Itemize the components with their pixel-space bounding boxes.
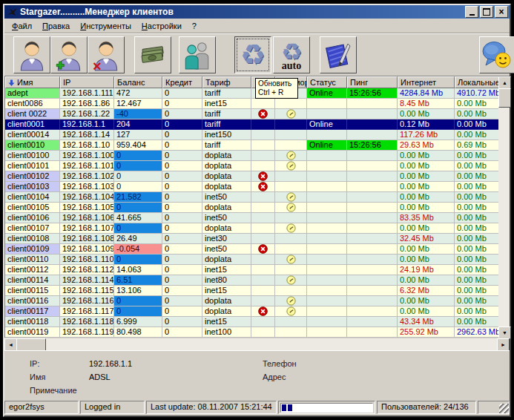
vertical-scrollbar[interactable]: ▲ ▼ xyxy=(498,76,510,338)
cell-credit: 0 xyxy=(162,182,202,192)
table-row[interactable]: client0010192.168.1.10959.4040tariffOnli… xyxy=(5,140,499,151)
cell-blocked xyxy=(251,327,275,338)
maximize-icon xyxy=(483,8,490,16)
table-row[interactable]: client00100192.168.1.10000doplata0.00 Mb… xyxy=(5,151,499,161)
horizontal-scrollbar[interactable]: ◄ ► xyxy=(4,338,510,350)
cell-ip: 192.168.1.100 xyxy=(60,151,114,161)
refresh-button[interactable]: ♻ xyxy=(234,36,271,73)
table-row[interactable]: client00118192.168.1.1186.9990inet1543.3… xyxy=(5,317,499,327)
column-header-tariff[interactable]: Тариф xyxy=(202,76,251,88)
cell-frozen xyxy=(275,275,307,286)
cell-blocked xyxy=(251,223,275,234)
message-button[interactable] xyxy=(479,36,514,73)
frozen-clock-icon xyxy=(286,296,296,306)
table-row[interactable]: client00102192.168.1.10200doplata0.00 Mb… xyxy=(5,171,499,182)
table-row[interactable]: adept192.168.1.1114720tariffOnline15:26:… xyxy=(5,88,499,99)
column-header-name[interactable]: Имя xyxy=(5,76,60,88)
cell-ping xyxy=(347,203,398,213)
menu-edit[interactable]: Правка xyxy=(37,20,75,32)
cell-blocked xyxy=(251,182,275,192)
cell-local: 0.00 Mb xyxy=(455,286,499,296)
frozen-clock-icon xyxy=(286,223,296,233)
table-row[interactable]: client00115192.168.1.11513.1060inet156.3… xyxy=(5,286,499,296)
table-row[interactable]: client 0022192.168.1.22-400tariff0.00 Mb… xyxy=(5,109,499,119)
column-header-status[interactable]: Статус xyxy=(307,76,347,88)
notes-button[interactable] xyxy=(320,36,357,73)
cell-internet: 0.00 Mb xyxy=(398,244,455,255)
table-row[interactable]: client00116192.168.1.11600doplata0.00 Mb… xyxy=(5,296,499,306)
column-header-credit[interactable]: Кредит xyxy=(162,76,202,88)
minimize-button[interactable] xyxy=(465,6,478,18)
scroll-up-button[interactable]: ▲ xyxy=(498,76,511,89)
column-header-internet[interactable]: Интернет xyxy=(398,76,455,88)
cell-internet: 0.00 Mb xyxy=(398,223,455,234)
add-user-button[interactable] xyxy=(50,36,88,73)
app-bird-icon xyxy=(7,7,18,17)
horizontal-scroll-thumb[interactable] xyxy=(16,338,46,351)
cell-ip: 192.168.1.110 xyxy=(60,255,114,265)
column-header-ping[interactable]: Пинг xyxy=(347,76,398,88)
cell-credit: 0 xyxy=(162,265,202,275)
user-button[interactable] xyxy=(13,36,50,73)
cell-tariff: inet100 xyxy=(202,327,251,338)
table-row[interactable]: client00105192.168.1.10500doplata0.00 Mb… xyxy=(5,203,499,213)
table-row[interactable]: client0001192.168.1.12040tariffOnline0.1… xyxy=(5,119,499,130)
column-header-ip[interactable]: IP xyxy=(60,76,114,88)
maximize-button[interactable] xyxy=(480,6,493,18)
table-row[interactable]: client00112192.168.1.11214.0630inet1524.… xyxy=(5,265,499,275)
delete-user-button[interactable]: ✕ xyxy=(88,36,125,73)
table-row[interactable]: client00103192.168.1.10300doplata0.00 Mb… xyxy=(5,182,499,192)
table-row[interactable]: client00108192.168.1.10826.490inet3032.4… xyxy=(5,234,499,244)
cell-local: 0.00 Mb xyxy=(455,109,499,119)
cell-balance: 0 xyxy=(114,296,162,306)
cell-balance: 21.582 xyxy=(114,192,162,203)
table-row[interactable]: client00101192.168.1.10100doplata0.00 Mb… xyxy=(5,161,499,171)
menu-tools[interactable]: Инструменты xyxy=(75,20,136,32)
table-row[interactable]: client00104192.168.1.10421.5820inet500.0… xyxy=(5,192,499,203)
cell-internet: 0.00 Mb xyxy=(398,151,455,161)
column-header-balance[interactable]: Баланс xyxy=(114,76,162,88)
cell-local: 0.00 Mb xyxy=(455,306,499,317)
cell-ip: 192.168.1.104 xyxy=(60,192,114,203)
users-group-button[interactable] xyxy=(179,36,216,73)
cell-ping xyxy=(347,306,398,317)
menu-file[interactable]: Файл xyxy=(7,20,37,32)
table-row[interactable]: client00106192.168.1.10641.6650inet5083.… xyxy=(5,213,499,223)
cell-ping xyxy=(347,192,398,203)
table-row[interactable]: client00110192.168.1.11000doplata0.00 Mb… xyxy=(5,255,499,265)
cell-status xyxy=(307,244,347,255)
cell-frozen xyxy=(275,327,307,338)
table-row[interactable]: client00107192.168.1.10700doplata0.00 Mb… xyxy=(5,223,499,234)
scroll-right-button[interactable]: ► xyxy=(497,338,510,351)
table-row[interactable]: client00117192.168.1.11700doplata0.00 Mb… xyxy=(5,306,499,317)
table-row[interactable]: clent0086192.168.1.8612.4670inet158.45 M… xyxy=(5,99,499,109)
vertical-scroll-thumb[interactable] xyxy=(498,88,511,108)
resize-grip[interactable] xyxy=(499,404,509,413)
cell-frozen xyxy=(275,213,307,223)
table-row[interactable]: client00114192.168.1.1146.510inet800.00 … xyxy=(5,275,499,286)
table-row[interactable]: client00119192.168.1.11980.4980inet10025… xyxy=(5,327,499,338)
menu-help[interactable]: ? xyxy=(187,20,202,32)
table-row[interactable]: client00109192.168.1.109-0.0540inet500.0… xyxy=(5,244,499,255)
cell-credit: 0 xyxy=(162,151,202,161)
cell-internet: 0.00 Mb xyxy=(398,203,455,213)
cell-blocked xyxy=(251,234,275,244)
cell-frozen xyxy=(275,119,307,130)
auto-refresh-button[interactable]: ♻ auto xyxy=(273,36,310,73)
cell-blocked xyxy=(251,265,275,275)
cell-balance: 13.106 xyxy=(114,286,162,296)
cell-ip: 192.168.1.114 xyxy=(60,275,114,286)
cell-blocked xyxy=(251,119,275,130)
table-row[interactable]: client00014192.168.1.141270inet150117.26… xyxy=(5,130,499,140)
cell-name: client00014 xyxy=(5,130,60,140)
progress-bar xyxy=(280,403,373,413)
cell-blocked xyxy=(251,130,275,140)
column-header-local[interactable]: Локальные р xyxy=(455,76,499,88)
cell-tariff: doplata xyxy=(202,223,251,234)
cell-status xyxy=(307,109,347,119)
payment-button[interactable] xyxy=(134,36,171,73)
cell-balance: -0.054 xyxy=(114,244,162,255)
scroll-left-button[interactable]: ◄ xyxy=(4,338,17,351)
menu-settings[interactable]: Настройки xyxy=(136,20,187,32)
close-button[interactable]: × xyxy=(495,6,508,18)
